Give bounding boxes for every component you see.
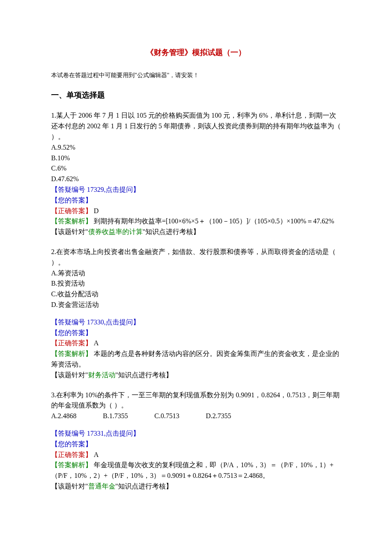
kp-name: 普通年金	[88, 483, 115, 490]
option-a: A.2.4868	[51, 411, 77, 422]
analysis-label: 答案解析	[58, 461, 85, 468]
analysis-text: 本题的考点是各种财务活动内容的区分。因资金筹集而产生的资金收支，是企业的筹资活动…	[51, 350, 339, 368]
your-answer-line: 【您的答案】	[51, 195, 341, 206]
options-inline: A.2.4868 B.1.7355 C.0.7513 D.2.7355	[51, 411, 341, 422]
option-d: D.47.62%	[51, 174, 341, 185]
question-3: 3.在利率为 10%的条件下，一至三年期的复利现值系数分别为 0.9091，0.…	[51, 390, 341, 492]
your-answer-label: 您的答案	[58, 197, 85, 204]
correct-answer-line: 【正确答案】 A	[51, 338, 341, 349]
option-b: B.10%	[51, 153, 341, 164]
analysis-line: 【答案解析】 到期持有期年均收益率=[100×6%×5＋（100－105）]/（…	[51, 216, 341, 227]
option-c: C.收益分配活动	[51, 289, 341, 300]
correct-answer-line: 【正确答案】 D	[51, 206, 341, 217]
kp-prefix: 【该题针对"	[51, 371, 88, 379]
knowledge-point-line: 【该题针对"普通年金"知识点进行考核】	[51, 481, 341, 492]
your-answer-line: 【您的答案】	[51, 328, 341, 338]
option-b: B.1.7355	[103, 411, 128, 422]
your-answer-label: 您的答案	[58, 329, 85, 336]
qa-link-text: 答疑编号 17331,点击提问	[58, 430, 133, 437]
document-title: 《财务管理》模拟试题（一）	[51, 47, 341, 59]
qa-link-text: 答疑编号 17329,点击提问	[58, 186, 133, 193]
kp-suffix: "知识点进行考核】	[115, 483, 173, 490]
qa-link-text: 答疑编号 17330,点击提问	[58, 318, 133, 326]
kp-prefix: 【该题针对"	[51, 228, 88, 235]
correct-answer-label: 正确答案	[58, 207, 85, 214]
kp-suffix: "知识点进行考核】	[115, 371, 173, 379]
question-stem: 3.在利率为 10%的条件下，一至三年期的复利现值系数分别为 0.9091，0.…	[51, 390, 341, 411]
your-answer-label: 您的答案	[58, 440, 85, 448]
correct-answer-value: D	[92, 207, 99, 214]
analysis-line: 【答案解析】 年金现值是每次收支的复利现值之和，即（P/A，10%，3）＝（P/…	[51, 460, 341, 481]
correct-answer-line: 【正确答案】 A	[51, 450, 341, 460]
analysis-text: 年金现值是每次收支的复利现值之和，即（P/A，10%，3）＝（P/F，10%，1…	[51, 461, 334, 479]
kp-name: 债券收益率的计算	[88, 228, 143, 235]
analysis-text: 到期持有期年均收益率=[100×6%×5＋（100－105）]/（105×0.5…	[92, 217, 334, 225]
question-1: 1.某人于 2006 年 7 月 1 日以 105 元的价格购买面值为 100 …	[51, 110, 341, 237]
option-a: A.9.52%	[51, 142, 341, 153]
qa-link[interactable]: 【答疑编号 17330,点击提问】	[51, 317, 341, 328]
kp-suffix: "知识点进行考核】	[143, 228, 200, 235]
kp-prefix: 【该题针对"	[51, 483, 88, 490]
qa-link[interactable]: 【答疑编号 17331,点击提问】	[51, 428, 341, 439]
qa-link[interactable]: 【答疑编号 17329,点击提问】	[51, 185, 341, 195]
question-stem: 1.某人于 2006 年 7 月 1 日以 105 元的价格购买面值为 100 …	[51, 110, 341, 142]
option-c: C.6%	[51, 163, 341, 174]
correct-answer-value: A	[92, 339, 99, 347]
option-c: C.0.7513	[154, 411, 179, 422]
knowledge-point-line: 【该题针对"债券收益率的计算"知识点进行考核】	[51, 227, 341, 237]
option-d: D.资金营运活动	[51, 300, 341, 310]
spacer	[51, 310, 341, 317]
your-answer-line: 【您的答案】	[51, 439, 341, 450]
analysis-label: 答案解析	[58, 217, 85, 225]
kp-name: 财务活动	[88, 371, 115, 379]
analysis-label: 答案解析	[58, 350, 85, 357]
option-b: B.投资活动	[51, 278, 341, 289]
option-d: D.2.7355	[206, 411, 231, 422]
correct-answer-value: A	[92, 451, 99, 458]
question-2: 2.在资本市场上向投资者出售金融资产，如借款、发行股票和债券等，从而取得资金的活…	[51, 247, 341, 381]
section-heading: 一、单项选择题	[51, 90, 341, 101]
correct-answer-label: 正确答案	[58, 451, 85, 458]
option-a: A.筹资活动	[51, 268, 341, 279]
spacer	[51, 422, 341, 428]
correct-answer-label: 正确答案	[58, 339, 85, 347]
knowledge-point-line: 【该题针对"财务活动"知识点进行考核】	[51, 370, 341, 381]
analysis-line: 【答案解析】 本题的考点是各种财务活动内容的区分。因资金筹集而产生的资金收支，是…	[51, 349, 341, 370]
document-page: 《财务管理》模拟试题（一） 本试卷在答题过程中可能要用到"公式编辑器"，请安装！…	[0, 0, 392, 555]
install-note: 本试卷在答题过程中可能要用到"公式编辑器"，请安装！	[51, 71, 341, 80]
question-stem: 2.在资本市场上向投资者出售金融资产，如借款、发行股票和债券等，从而取得资金的活…	[51, 247, 341, 268]
